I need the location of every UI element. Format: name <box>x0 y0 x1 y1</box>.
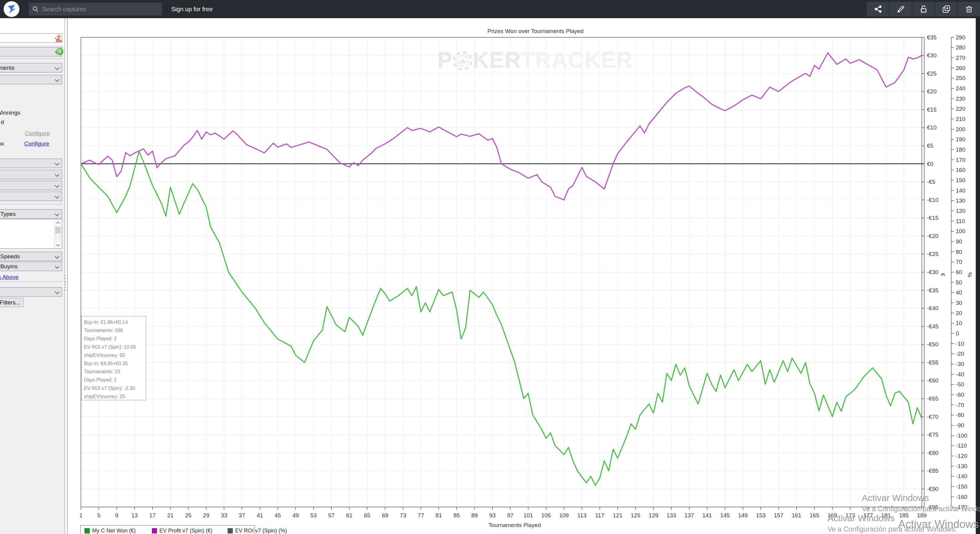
signup-link[interactable]: Sign up for free <box>171 0 213 18</box>
series-line-1 <box>81 53 922 200</box>
eur-tick-label: -€65 <box>927 395 939 402</box>
series-line-0 <box>81 151 922 486</box>
tournament-types-value: Types <box>0 211 16 217</box>
pct-tick-label: -110 <box>956 442 967 449</box>
buyins-select[interactable]: Buyins <box>0 262 62 271</box>
x-tick-label: 29 <box>203 512 210 518</box>
pct-tick-label: 20 <box>956 310 962 316</box>
speeds-select[interactable]: Speeds <box>0 252 62 261</box>
legend-item-ev-profit: EV Profit v7 (Spin) (€) <box>152 528 213 534</box>
tooltip-line: Days Played: 2 <box>84 376 146 384</box>
more-filters-button[interactable]: e Filters... <box>0 298 24 307</box>
x-tick-label: 113 <box>577 512 586 518</box>
filter-select-3[interactable] <box>0 181 62 190</box>
watermark-title: Activar Windows <box>898 518 980 531</box>
pane-splitter-handle[interactable] <box>65 275 66 290</box>
eur-tick-label: -€55 <box>927 359 939 366</box>
game-type-select[interactable]: nents <box>0 63 62 72</box>
pct-tick-label: 220 <box>956 105 966 112</box>
pct-tick-label: 150 <box>956 177 966 183</box>
x-tick-label: 97 <box>507 512 514 518</box>
chevron-down-icon <box>55 290 60 295</box>
x-tick-label: 149 <box>738 512 748 518</box>
eur-tick-label: -€15 <box>927 215 939 221</box>
date-range-select[interactable] <box>0 75 62 84</box>
share-button[interactable] <box>867 2 889 16</box>
x-tick-label: 49 <box>293 512 299 518</box>
x-tick-label: 17 <box>150 512 156 518</box>
legend-swatch-magenta <box>152 528 157 533</box>
tournament-types-select[interactable]: Types <box>0 209 62 218</box>
filter-select-2[interactable] <box>0 170 62 179</box>
configure-link[interactable]: Configure <box>24 140 49 147</box>
report-select[interactable] <box>0 47 62 56</box>
x-tick-label: 41 <box>257 512 263 518</box>
edit-button[interactable] <box>889 2 912 16</box>
copy-button[interactable] <box>934 2 957 16</box>
eur-tick-label: -€30 <box>927 269 939 275</box>
chart-legend: My C Net Won (€) EV Profit v7 (Spin) (€)… <box>80 525 255 534</box>
legend-label: EV Profit v7 (Spin) (€) <box>159 528 213 534</box>
windows-activation-watermark: Activar Windows Ve a Configuración para … <box>898 518 980 534</box>
help-icon[interactable]: ? <box>56 48 64 55</box>
buyins-value: Buyins <box>0 263 18 270</box>
filters-above-link[interactable]: l Filters Above <box>0 274 19 281</box>
types-listbox[interactable] <box>0 219 62 249</box>
pct-tick-label: 140 <box>956 187 966 194</box>
x-tick-label: 57 <box>328 512 335 518</box>
trash-icon <box>965 5 973 13</box>
search-input[interactable] <box>41 5 159 13</box>
pct-tick-label: 250 <box>956 75 966 81</box>
x-tick-label: 89 <box>471 512 478 518</box>
tooltip-line: EV ROI v7 (Spin): -2.30 <box>84 384 146 392</box>
listbox-scrollbar[interactable] <box>54 220 62 248</box>
eur-tick-label: -€85 <box>927 468 939 474</box>
copy-add-icon <box>942 5 951 13</box>
eur-tick-label: €15 <box>927 107 937 113</box>
chevron-down-icon <box>55 161 60 166</box>
truncated-label-ox: ox <box>0 140 4 147</box>
pct-tick-label: 210 <box>956 116 966 122</box>
configure-link-disabled[interactable]: Configure <box>25 130 50 137</box>
pct-axis-title: % <box>967 272 973 277</box>
share-icon <box>874 5 882 13</box>
edit-pencil-icon <box>897 5 905 13</box>
x-tick-label: 21 <box>167 512 174 518</box>
tooltip-line: Buy-In: €4.65+€0.35 <box>84 359 146 368</box>
legend-swatch-green <box>84 528 90 533</box>
chevron-down-icon <box>55 212 60 217</box>
x-tick-label: 69 <box>382 512 388 518</box>
pct-tick-label: 100 <box>956 228 966 234</box>
filter-select-1[interactable] <box>0 159 62 168</box>
filter-select-4[interactable] <box>0 192 62 201</box>
x-tick-label: 117 <box>595 512 604 518</box>
watermark-letters-light: TRACKER <box>521 47 633 73</box>
chart-title: Prizes Won over Tournaments Played <box>487 28 584 35</box>
tooltip-line: Tournaments: 23 <box>84 368 146 376</box>
scroll-up-button[interactable] <box>55 220 61 226</box>
delete-button[interactable] <box>957 2 980 16</box>
x-tick-label: 137 <box>684 512 694 518</box>
x-tick-label: 93 <box>489 512 496 518</box>
truncated-label-d: d <box>0 119 4 126</box>
eur-tick-label: -€80 <box>927 450 939 456</box>
eur-axis-title: € <box>940 273 946 277</box>
pct-tick-label: -50 <box>956 381 964 387</box>
x-tick-label: 157 <box>774 512 784 518</box>
search-box[interactable] <box>29 3 162 16</box>
privacy-button[interactable] <box>912 2 934 16</box>
pct-tick-label: 60 <box>956 269 962 275</box>
filter-select-5[interactable] <box>0 287 62 296</box>
scrollbar-thumb[interactable] <box>55 227 60 233</box>
pct-tick-label: -40 <box>956 371 964 378</box>
eur-tick-label: €20 <box>927 88 937 95</box>
pct-tick-label: 70 <box>956 259 962 265</box>
eur-tick-label: €5 <box>927 142 933 149</box>
pct-tick-label: 30 <box>956 300 962 306</box>
player-select[interactable] <box>0 33 62 43</box>
app-logo[interactable] <box>4 1 19 17</box>
eur-tick-label: -€90 <box>927 486 939 492</box>
watermark-subtitle: Ve a Configuración para activar Windows. <box>898 532 980 534</box>
x-tick-label: 145 <box>720 512 730 518</box>
scroll-down-button[interactable] <box>55 242 61 248</box>
